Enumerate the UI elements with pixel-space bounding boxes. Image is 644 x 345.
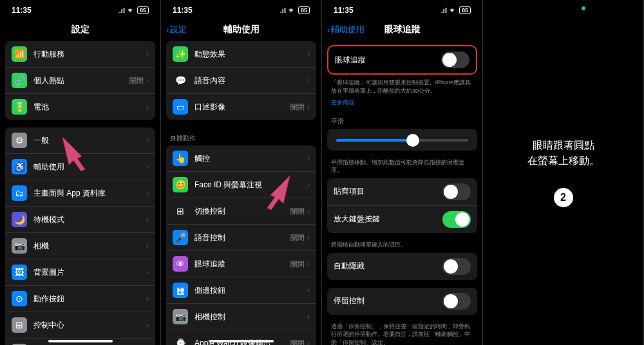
chevron-right-icon: › bbox=[146, 268, 149, 277]
settings-row[interactable]: ▦側邊按鈕› bbox=[166, 277, 316, 304]
row-label: 相機控制 bbox=[194, 312, 307, 322]
scroll[interactable]: 📶行動服務›🔗個人熱點關閉›🔋電池› ⚙一般›♿輔助使用›🗂主畫面與 App 資… bbox=[0, 41, 160, 345]
settings-row[interactable]: 🌙待機模式› bbox=[5, 207, 155, 233]
settings-row[interactable]: 🖼背景圖片› bbox=[5, 259, 155, 286]
toggle[interactable] bbox=[442, 183, 471, 200]
row-label: 動態效果 bbox=[194, 49, 307, 60]
settings-row[interactable]: 📷相機控制› bbox=[166, 304, 316, 330]
chevron-right-icon: › bbox=[146, 294, 149, 303]
group-vision-extra: ✨動態效果›💬語音內容›▭口述影像關閉› bbox=[166, 41, 316, 120]
chevron-right-icon: › bbox=[146, 162, 149, 171]
row-icon: 👆 bbox=[173, 151, 188, 166]
hint-text: 「眼球追蹤」可讓你用雙眼來控制裝置。iPhone應讓其放在平穩表面上，距離你約大… bbox=[322, 79, 482, 98]
page-title: 設定 bbox=[0, 24, 160, 35]
toggle[interactable] bbox=[442, 211, 471, 228]
chevron-right-icon: › bbox=[307, 339, 310, 345]
row-icon: ✨ bbox=[173, 46, 188, 62]
row-icon: 🖼 bbox=[12, 265, 27, 280]
wifi-icon: ᯤ bbox=[450, 6, 457, 14]
settings-row[interactable]: 🔋電池› bbox=[5, 94, 155, 120]
row-icon: ⚙ bbox=[12, 133, 27, 148]
dwell-toggle[interactable] bbox=[442, 293, 471, 310]
eye-tracking-toggle-row[interactable]: 眼球追蹤 bbox=[328, 46, 476, 73]
row-icon: ♿ bbox=[12, 159, 27, 174]
row-icon: ▭ bbox=[173, 99, 188, 115]
section-header-motor: 身體動作 bbox=[161, 127, 321, 145]
settings-row[interactable]: ⊙動作按鈕› bbox=[5, 286, 155, 312]
status-time: 11:35 bbox=[12, 6, 32, 15]
settings-row[interactable]: ⊞控制中心› bbox=[5, 312, 155, 339]
chevron-left-icon: ‹ bbox=[327, 25, 330, 35]
row-label: 觸控 bbox=[194, 153, 307, 164]
settings-row[interactable]: 📶行動服務› bbox=[5, 41, 155, 68]
row-label: 主畫面與 App 資料庫 bbox=[33, 188, 146, 199]
chevron-right-icon: › bbox=[146, 215, 149, 224]
settings-row[interactable]: 👁眼球追蹤關閉› bbox=[166, 251, 316, 277]
chevron-right-icon: › bbox=[146, 241, 149, 250]
row-icon: 👁 bbox=[173, 256, 188, 272]
row-value: 關閉 bbox=[129, 76, 144, 86]
settings-row[interactable]: 🗂主畫面與 App 資料庫› bbox=[5, 180, 155, 207]
calibration-line1: 眼睛跟著圓點 bbox=[533, 140, 594, 151]
smooth-slider-group bbox=[327, 129, 477, 151]
row-icon: ▦ bbox=[173, 283, 188, 298]
auto-hide-row[interactable]: 自動隱藏 bbox=[327, 253, 477, 280]
status-right: .ıl ᯤ 85 bbox=[280, 6, 310, 14]
battery-icon: 85 bbox=[298, 6, 310, 14]
phone-calibration: 眼睛跟著圓點 在螢幕上移動。 2 bbox=[483, 0, 644, 345]
settings-row[interactable]: ✨動態效果› bbox=[166, 41, 316, 68]
learn-more-link[interactable]: 更多內容⋯ bbox=[322, 98, 482, 111]
signal-icon: .ıl bbox=[280, 6, 286, 14]
toggle-label: 自動隱藏 bbox=[334, 261, 442, 272]
settings-row[interactable]: ⌚Apple Watch 鏡像輸出關閉› bbox=[166, 330, 316, 345]
settings-row[interactable]: 💬語音內容› bbox=[166, 68, 316, 94]
row-label: 個人熱點 bbox=[33, 75, 129, 86]
settings-row[interactable]: 👆觸控› bbox=[166, 145, 316, 172]
auto-hide-toggle[interactable] bbox=[442, 258, 471, 275]
row-icon: 😊 bbox=[173, 177, 188, 192]
back-button[interactable]: ‹ 輔助使用 bbox=[322, 24, 365, 35]
settings-row[interactable]: 📷相機› bbox=[5, 233, 155, 259]
home-indicator bbox=[209, 340, 274, 342]
row-icon: ⊞ bbox=[173, 203, 188, 219]
status-right: .ıl ᯤ 85 bbox=[119, 6, 149, 14]
scroll[interactable]: ✨動態效果›💬語音內容›▭口述影像關閉› 身體動作 👆觸控›😊Face ID 與… bbox=[161, 41, 321, 345]
row-icon: 💬 bbox=[173, 73, 188, 88]
scroll[interactable]: 眼球追蹤 「眼球追蹤」可讓你用雙眼來控制裝置。iPhone應讓其放在平穩表面上，… bbox=[322, 41, 482, 345]
wifi-icon: ᯤ bbox=[128, 6, 135, 14]
calibration-screen: 眼睛跟著圓點 在螢幕上移動。 2 bbox=[483, 0, 643, 345]
settings-row[interactable]: ▭口述影像關閉› bbox=[166, 94, 316, 120]
row-value: 關閉 bbox=[290, 259, 305, 269]
chevron-right-icon: › bbox=[146, 321, 149, 330]
row-value: 關閉 bbox=[290, 233, 305, 243]
settings-row[interactable]: 🔗個人熱點關閉› bbox=[5, 68, 155, 94]
chevron-right-icon: › bbox=[307, 50, 310, 59]
row-label: 語音控制 bbox=[194, 232, 290, 243]
eye-tracking-toggle[interactable] bbox=[441, 51, 469, 68]
settings-row[interactable]: 貼齊項目 bbox=[327, 178, 477, 206]
settings-row[interactable]: 🎤語音控制關閉› bbox=[166, 225, 316, 251]
chevron-right-icon: › bbox=[307, 76, 310, 85]
settings-row[interactable]: 放大鍵盤按鍵 bbox=[327, 206, 477, 233]
row-icon: 🗂 bbox=[12, 185, 27, 201]
nav-bar: ‹ 設定 輔助使用 bbox=[161, 18, 321, 41]
row-label: 控制中心 bbox=[33, 320, 146, 331]
back-button[interactable]: ‹ 設定 bbox=[161, 24, 187, 35]
slider-thumb[interactable] bbox=[406, 134, 419, 147]
signal-icon: .ıl bbox=[119, 6, 125, 14]
dwell-row[interactable]: 停留控制 bbox=[327, 288, 477, 315]
signal-icon: .ıl bbox=[441, 6, 447, 14]
settings-row[interactable]: 😊Face ID 與螢幕注視› bbox=[166, 172, 316, 198]
chevron-right-icon: › bbox=[307, 259, 310, 268]
smoothing-slider[interactable] bbox=[336, 139, 468, 142]
hint-keyboard: 將指標自動移至鍵入的項目。 bbox=[322, 241, 482, 253]
row-value: 關閉 bbox=[290, 339, 305, 346]
battery-icon: 85 bbox=[459, 6, 471, 14]
back-label: 設定 bbox=[170, 24, 187, 35]
chevron-right-icon: › bbox=[307, 233, 310, 242]
chevron-right-icon: › bbox=[307, 102, 310, 111]
calibration-line2: 在螢幕上移動。 bbox=[527, 155, 600, 166]
chevron-right-icon: › bbox=[307, 286, 310, 295]
settings-row[interactable]: ⊞切換控制關閉› bbox=[166, 198, 316, 225]
row-icon: ⊙ bbox=[12, 291, 27, 306]
